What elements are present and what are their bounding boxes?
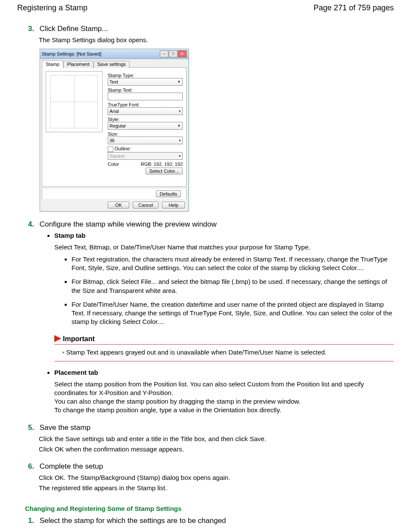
step-number-1b: 1. [28,516,37,525]
defaults-button[interactable]: Defaults [156,190,181,197]
important-title: Important [63,334,95,344]
label-style: Style: [108,117,183,122]
important-box: Important Stamp Text appears grayed out … [54,334,394,362]
flag-icon [54,335,61,342]
outline-select: Square▾ [108,152,183,160]
step-title-3: Click Define Stamp... [40,25,108,33]
page-indicator: Page 271 of 759 pages [314,3,394,12]
close-button[interactable]: ✕ [178,50,187,57]
placement-p2: You can also change the stamp position b… [54,397,394,406]
font-select[interactable]: Arial▾ [108,107,183,115]
chevron-down-icon: ▼ [177,80,181,84]
stamp-tab-bullet-2: For Bitmap, click Select File... and sel… [72,277,394,295]
step-title-6: Complete the setup [40,462,103,470]
stamp-type-select[interactable]: Text▼ [108,78,183,86]
label-font: TrueType Font: [108,102,183,107]
page-title: Registering a Stamp [17,3,87,12]
ok-button[interactable]: OK [108,202,129,208]
placement-p3: To change the stamp position angle, type… [54,406,394,414]
size-select[interactable]: 36▾ [108,137,183,144]
step-title-5: Save the stamp [40,423,90,432]
stamp-tab-bullet-1: For Text registration, the characters mu… [72,255,394,273]
minimize-button[interactable]: – [160,50,168,57]
step-number-5: 5. [28,423,37,432]
label-outline: Outline: [108,146,183,152]
stamp-text-input[interactable] [108,93,183,100]
tab-stamp[interactable]: Stamp [42,60,63,68]
stamp-tab-bullet-3: For Date/Time/User Name, the creation da… [72,300,394,327]
step-number-6: 6. [28,462,37,471]
tab-placement[interactable]: Placement [63,61,93,68]
chevron-down-icon: ▾ [179,138,181,143]
label-size: Size: [108,131,183,137]
step-5-body-2: Click OK when the confirmation message a… [39,445,394,454]
step-number-3: 3. [28,25,37,33]
important-body: Stamp Text appears grayed out and is una… [62,348,327,356]
help-button[interactable]: Help [162,202,185,208]
section-heading-changing: Changing and Registering Some of Stamp S… [25,505,394,512]
style-select[interactable]: Regular▼ [108,122,183,130]
label-stamp-type: Stamp Type: [108,73,183,78]
preview-area [46,71,103,132]
step-3-body: The Stamp Settings dialog box opens. [39,36,394,44]
select-color-button[interactable]: Select Color... [146,168,183,174]
stamp-tab-heading: Stamp tab [54,232,86,239]
step-6-body-1: Click OK. The Stamp/Background (Stamp) d… [39,473,394,482]
step-5-body-1: Click the Save settings tab and enter a … [39,435,394,443]
tab-save-settings[interactable]: Save settings [93,61,130,68]
chevron-down-icon: ▼ [177,124,181,128]
outline-checkbox[interactable] [108,146,113,152]
maximize-button[interactable]: □ [169,50,177,57]
dialog-title: Stamp Settings: [Not Saved] [42,51,101,56]
rgb-value: RGB: 192, 192, 192 [141,162,183,167]
stamp-settings-dialog: Stamp Settings: [Not Saved] – □ ✕ Stamp … [40,49,189,212]
step-title-4: Configure the stamp while viewing the pr… [40,220,217,228]
step-title-1b: Select the stamp for which the settings … [40,516,226,525]
step-6-body-2: The registered title appears in the Stam… [39,484,394,492]
step-number-4: 4. [28,220,37,229]
chevron-down-icon: ▾ [179,109,181,113]
placement-p1: Select the stamp position from the Posit… [54,380,394,398]
cancel-button[interactable]: Cancel [133,202,159,208]
placement-tab-heading: Placement tab [54,369,98,376]
stamp-tab-intro: Select Text, Bitmap, or Date/Time/User N… [54,243,394,252]
label-color: Color [108,162,119,167]
chevron-down-icon: ▾ [179,154,181,158]
label-stamp-text: Stamp Text: [108,87,183,93]
